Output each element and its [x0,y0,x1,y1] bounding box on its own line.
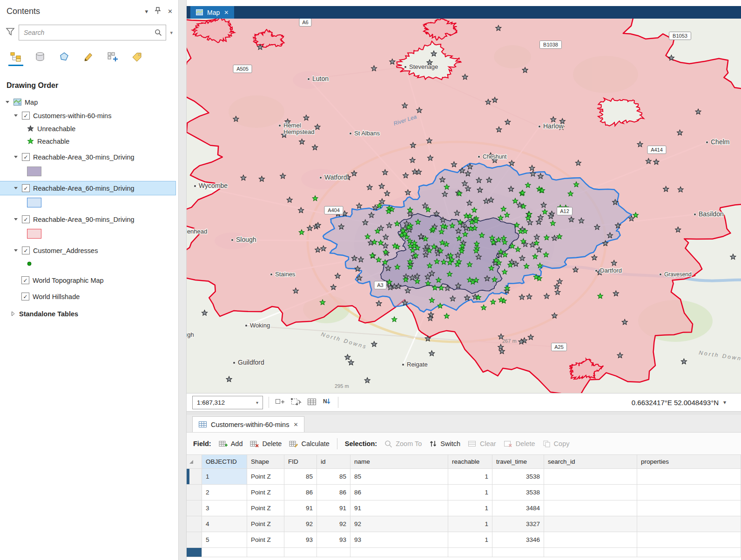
legend-item-area30[interactable] [0,164,178,179]
delete-field-icon [250,440,259,447]
expander-icon[interactable] [13,248,19,253]
close-map-tab-icon[interactable]: ✕ [224,9,229,16]
map-viewport[interactable]: LutonStevenageHarlowHemelHempsteadSt Alb… [187,19,741,393]
town-dot [706,141,708,143]
explore-navigation-icon[interactable]: N [322,397,332,408]
tree-item-label: Reachable-Area_60-mins_Driving [33,185,135,192]
tree-item-area30-layer[interactable]: ✓ Reachable-Area_30-mins_Driving [0,150,178,164]
switch-selection-button[interactable]: Switch [429,440,460,447]
column-header-properties[interactable]: properties [637,455,741,469]
list-by-drawing-order-icon[interactable] [8,50,23,64]
search-box[interactable] [19,25,166,40]
row-selector[interactable] [187,469,202,485]
row-selector[interactable] [187,500,202,516]
expander-icon[interactable] [13,113,19,118]
scale-combobox[interactable]: 1:687,312 ▾ [192,396,263,409]
add-field-icon [219,440,228,447]
row-selector[interactable] [187,548,202,557]
legend-item-area90[interactable] [0,226,178,241]
collapsed-expander-icon[interactable] [10,311,16,316]
map-tab-icon [196,9,203,15]
table-row[interactable] [187,548,741,557]
tree-item-hillshade-layer[interactable]: ✓ World Hillshade [0,290,178,303]
calculate-field-button[interactable]: Calculate [289,440,329,447]
select-all-corner[interactable] [187,455,202,469]
column-header-reachable[interactable]: reachable [448,455,492,469]
arcgis-pro-window: Contents ▾ ✕ ▾ [0,0,741,560]
table-row[interactable]: 2 Point Z 86 86 86 1 3538 [187,485,741,500]
expander-icon[interactable] [5,100,10,104]
tree-item-area60-layer[interactable]: ✓ Reachable-Area_60-mins_Driving [0,181,175,195]
contents-view-toolbar [0,44,178,68]
zoom-to-icon [384,440,392,447]
map-view-tab[interactable]: Map ✕ [190,6,234,19]
table-header-row: OBJECTID Shape FID id name reachable tra… [187,455,741,469]
road-shield-label: A505 [236,66,249,72]
tree-item-map[interactable]: Map [0,95,178,109]
pane-splitter[interactable] [178,0,187,560]
filter-funnel-icon[interactable] [6,27,15,38]
legend-item-reachable[interactable]: Reachable [0,135,178,147]
expander-icon[interactable] [13,155,19,159]
town-label: Harlow [543,122,564,130]
layer-visibility-checkbox[interactable]: ✓ [22,112,30,120]
tree-item-topographic-layer[interactable]: ✓ World Topographic Map [0,273,178,287]
list-by-snapping-icon[interactable] [105,50,120,64]
coordinates-chevron-icon[interactable]: ▾ [723,399,726,406]
list-by-labeling-icon[interactable] [129,50,144,64]
column-header-id[interactable]: id [317,455,350,469]
delete-field-button[interactable]: Delete [250,440,282,447]
column-header-name[interactable]: name [350,455,448,469]
layer-visibility-checkbox[interactable]: ✓ [22,247,30,254]
layer-visibility-checkbox[interactable]: ✓ [21,276,29,284]
attribute-table-icon[interactable] [307,398,317,407]
search-history-chevron-icon[interactable]: ▾ [170,30,175,36]
layer-visibility-checkbox[interactable]: ✓ [22,215,30,223]
table-row[interactable]: 1 Point Z 85 85 85 1 3538 [187,469,741,485]
tree-item-area90-layer[interactable]: ✓ Reachable-Area_90-mins_Driving [0,213,178,226]
list-by-editing-icon[interactable] [81,50,96,64]
pane-menu-chevron-icon[interactable]: ▾ [145,8,148,15]
table-toolbar: Field: Add Delete Calculate Selection: [187,433,741,455]
expander-icon[interactable] [13,217,19,221]
legend-item-unreachable[interactable]: Unreachable [0,122,178,135]
tree-item-addresses-layer[interactable]: ✓ Customer_Addresses [0,244,178,257]
clear-selection-button[interactable]: Clear [468,440,496,447]
delete-selection-button[interactable]: Delete [504,440,535,447]
layer-visibility-checkbox[interactable]: ✓ [22,184,30,192]
tree-item-customers-layer[interactable]: ✓ Customers-within-60-mins [0,109,178,122]
standalone-tables-item[interactable]: Standalone Tables [0,307,178,320]
column-header-objectid[interactable]: OBJECTID [202,455,247,469]
pin-icon[interactable] [155,7,161,16]
row-selector[interactable] [187,516,202,532]
table-row[interactable]: 4 Point Z 92 92 92 1 3327 [187,516,741,532]
column-header-search-id[interactable]: search_id [544,455,637,469]
edit-vertices-icon[interactable] [290,397,302,408]
add-features-icon[interactable] [275,397,285,408]
road-shield-label: A3 [377,282,383,288]
expander-icon[interactable] [13,186,19,190]
close-pane-icon[interactable]: ✕ [168,8,173,15]
layer-visibility-checkbox[interactable]: ✓ [22,153,30,161]
zoom-to-selection-button[interactable]: Zoom To [384,440,422,447]
copy-selection-button[interactable]: Copy [543,440,570,447]
layer-visibility-checkbox[interactable]: ✓ [21,293,29,300]
table-row[interactable]: 5 Point Z 93 93 93 1 3346 [187,532,741,548]
legend-item-addresses[interactable] [0,257,178,270]
search-input[interactable] [23,28,155,37]
town-label: Reigate [407,361,428,368]
column-header-fid[interactable]: FID [284,455,317,469]
close-table-tab-icon[interactable]: ✕ [293,421,298,428]
town-dot [402,363,404,366]
list-by-data-source-icon[interactable] [33,50,47,64]
column-header-shape[interactable]: Shape [247,455,284,469]
legend-item-area60[interactable] [0,195,178,210]
add-field-button[interactable]: Add [219,440,243,447]
row-selector[interactable] [187,532,202,548]
table-row[interactable]: 3 Point Z 91 91 91 1 3484 [187,500,741,516]
table-tab[interactable]: Customers-within-60-mins ✕ [192,416,304,432]
tree-item-label: World Topographic Map [33,277,104,284]
row-selector[interactable] [187,485,202,500]
column-header-travel-time[interactable]: travel_time [492,455,544,469]
list-by-selection-icon[interactable] [57,50,72,64]
